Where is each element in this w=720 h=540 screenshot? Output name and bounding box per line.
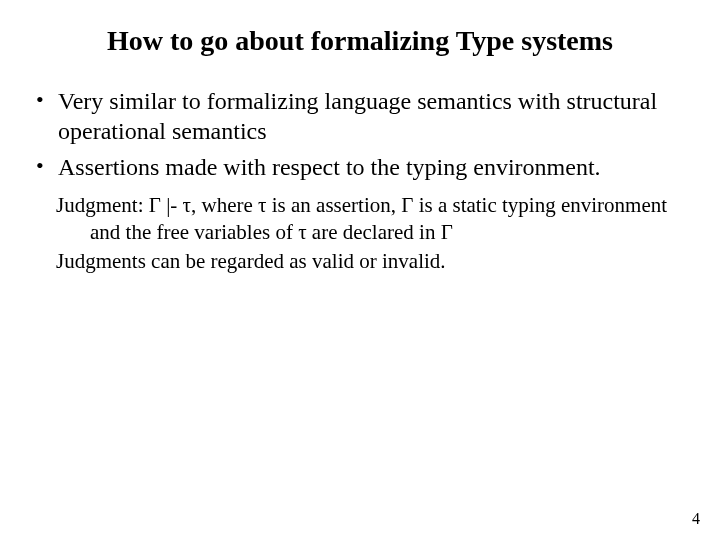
slide: How to go about formalizing Type systems…	[0, 0, 720, 540]
bullet-item: Assertions made with respect to the typi…	[34, 152, 692, 182]
page-number: 4	[692, 510, 700, 528]
bullet-item: Very similar to formalizing language sem…	[34, 86, 692, 146]
judgment-text: Judgment: Γ |- τ, where τ is an assertio…	[56, 192, 692, 247]
sub-block: Judgment: Γ |- τ, where τ is an assertio…	[28, 192, 692, 276]
slide-title: How to go about formalizing Type systems	[28, 24, 692, 58]
validity-text: Judgments can be regarded as valid or in…	[56, 248, 692, 275]
bullet-list: Very similar to formalizing language sem…	[28, 86, 692, 182]
